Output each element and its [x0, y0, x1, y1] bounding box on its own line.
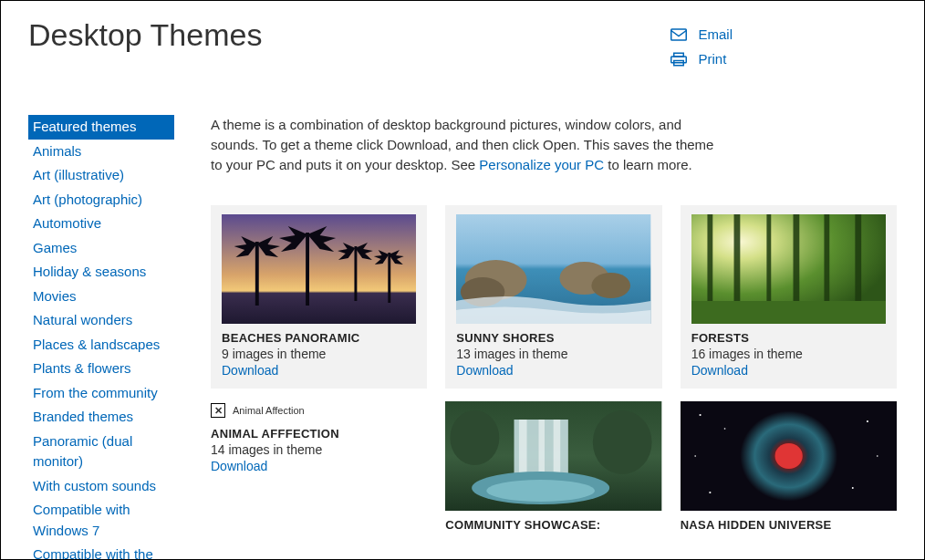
sidebar-item-0[interactable]: Featured themes: [28, 115, 174, 140]
sidebar-item-15[interactable]: Compatible with Windows 7: [28, 498, 174, 543]
theme-thumbnail[interactable]: [456, 214, 650, 324]
sidebar-item-8[interactable]: Natural wonders: [28, 308, 174, 333]
email-icon: [670, 27, 687, 42]
broken-image-alt: Animal Affection: [233, 405, 305, 416]
theme-thumbnail[interactable]: [445, 401, 661, 511]
theme-card-5: NASA HIDDEN UNIVERSE: [681, 401, 897, 534]
theme-card-1: SUNNY SHORES13 images in themeDownload: [445, 205, 661, 389]
sidebar-item-6[interactable]: Holiday & seasons: [28, 260, 174, 285]
svg-point-38: [709, 492, 711, 493]
print-label: Print: [698, 51, 726, 67]
svg-rect-5: [255, 242, 259, 306]
download-link[interactable]: Download: [211, 459, 427, 473]
sidebar-item-12[interactable]: Branded themes: [28, 405, 174, 430]
theme-image-count: 14 images in theme: [211, 442, 427, 457]
svg-point-34: [699, 414, 701, 416]
personalize-link[interactable]: Personalize your PC: [479, 157, 604, 172]
print-link[interactable]: Print: [670, 51, 733, 67]
download-link[interactable]: Download: [691, 363, 886, 378]
svg-point-30: [593, 410, 652, 474]
broken-image-icon: ✕: [211, 403, 225, 418]
sidebar-item-14[interactable]: With custom sounds: [28, 474, 174, 499]
svg-point-13: [592, 273, 631, 298]
svg-point-37: [851, 487, 853, 489]
theme-thumbnail[interactable]: [691, 214, 886, 324]
sidebar-item-3[interactable]: Art (photographic): [28, 188, 174, 213]
theme-title: BEACHES PANORAMIC: [222, 331, 416, 345]
email-link[interactable]: Email: [670, 26, 733, 42]
sidebar-item-10[interactable]: Plants & flowers: [28, 357, 174, 381]
theme-image-count: 16 images in theme: [691, 347, 886, 361]
sidebar-item-2[interactable]: Art (illustrative): [28, 163, 174, 188]
theme-card-0: BEACHES PANORAMIC9 images in themeDownlo…: [211, 205, 427, 389]
svg-rect-0: [671, 29, 687, 40]
svg-point-33: [774, 443, 802, 469]
theme-title: SUNNY SHORES: [456, 331, 650, 345]
theme-title: ANIMAL AFFFECTION: [211, 427, 427, 441]
theme-thumbnail[interactable]: [681, 401, 897, 511]
theme-card-3: ✕Animal AffectionANIMAL AFFFECTION14 ima…: [211, 401, 427, 534]
theme-title: NASA HIDDEN UNIVERSE: [681, 518, 897, 532]
svg-point-28: [487, 480, 596, 502]
theme-card-2: FORESTS16 images in themeDownload: [681, 205, 897, 389]
sidebar-item-5[interactable]: Games: [28, 236, 174, 261]
sidebar-item-4[interactable]: Automotive: [28, 212, 174, 236]
theme-image-count: 9 images in theme: [222, 347, 416, 361]
sidebar-item-9[interactable]: Places & landscapes: [28, 333, 174, 358]
svg-point-36: [867, 420, 868, 422]
broken-image-placeholder: ✕Animal Affection: [211, 403, 305, 418]
theme-card-4: COMMUNITY SHOWCASE:: [445, 401, 661, 534]
svg-rect-6: [306, 233, 309, 306]
sidebar-item-16[interactable]: Compatible with the new Windows: [28, 543, 174, 560]
intro-text: A theme is a combination of desktop back…: [211, 115, 722, 174]
theme-thumbnail[interactable]: [222, 214, 416, 324]
download-link[interactable]: Download: [222, 363, 416, 378]
themes-grid: BEACHES PANORAMIC9 images in themeDownlo…: [211, 205, 897, 534]
sidebar-item-7[interactable]: Movies: [28, 285, 174, 309]
print-icon: [670, 52, 687, 67]
sidebar-item-13[interactable]: Panoramic (dual monitor): [28, 430, 174, 474]
download-link[interactable]: Download: [456, 363, 650, 378]
theme-title: FORESTS: [691, 331, 886, 345]
svg-point-39: [877, 455, 878, 457]
svg-point-35: [723, 428, 725, 430]
svg-point-40: [694, 455, 696, 457]
svg-rect-8: [388, 253, 390, 303]
theme-image-count: 13 images in theme: [456, 347, 650, 361]
sidebar-item-1[interactable]: Animals: [28, 140, 174, 164]
svg-rect-7: [354, 246, 357, 301]
sidebar-item-11[interactable]: From the community: [28, 381, 174, 406]
svg-point-29: [451, 410, 500, 465]
category-sidebar: Featured themesAnimalsArt (illustrative)…: [28, 115, 174, 560]
email-label: Email: [698, 26, 733, 42]
page-title: Desktop Themes: [28, 17, 670, 53]
svg-rect-21: [691, 301, 886, 324]
theme-title: COMMUNITY SHOWCASE:: [445, 518, 661, 532]
